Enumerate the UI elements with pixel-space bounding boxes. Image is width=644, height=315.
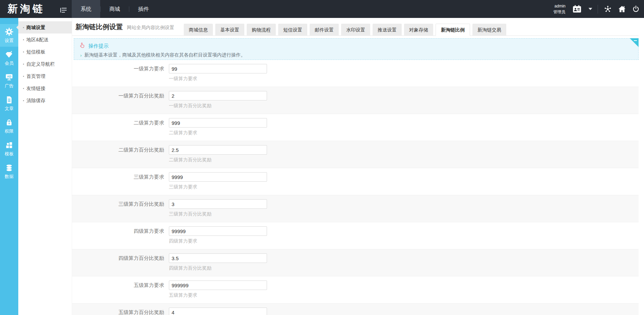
tab-object-storage[interactable]: 对象存储 [404,24,433,36]
field-hint: 二级算力要求 [169,130,267,136]
field-label: 三级算力要求 [72,172,164,190]
field-label: 五级算力百分比奖励 [72,308,164,315]
form-row-level2-reward: 二级算力百分比奖励 二级算力百分比奖励 [72,141,639,168]
submenu-item-sms-template[interactable]: 短信模板 [18,46,72,58]
page-title: 新淘链比例设置 [75,22,123,31]
form-row-level5-requirement: 五级算力要求 五级算力要求 [72,276,639,303]
alert-collapse-corner[interactable] [630,38,639,47]
level3-requirement-input[interactable] [169,172,267,182]
submenu-label: 友情链接 [26,86,45,91]
document-icon [5,95,14,104]
power-icon[interactable] [632,5,640,13]
grid-icon [5,141,14,150]
bullet-dot [23,76,24,77]
field-label: 二级算力要求 [72,118,164,136]
form-row-level3-reward: 三级算力百分比奖励 三级算力百分比奖励 [72,195,639,222]
form-row-level4-requirement: 四级算力要求 四级算力要求 [72,222,639,249]
tab-shopping-flow[interactable]: 购物流程 [247,24,276,36]
bullet-dot [23,100,24,101]
level1-reward-input[interactable] [169,91,267,100]
level5-reward-input[interactable] [169,308,267,315]
pointing-hand-icon [79,42,86,50]
database-icon [5,163,14,172]
submenu-item-friend-links[interactable]: 友情链接 [18,82,72,94]
rail-item-templates[interactable]: 模板 [0,137,18,160]
user-info[interactable]: admin 管理员 [553,3,565,14]
tab-xtl-ratio[interactable]: 新淘链比例 [436,24,470,36]
form-row-level4-reward: 四级算力百分比奖励 四级算力百分比奖励 [72,249,639,276]
form-row-level5-reward: 五级算力百分比奖励 五级算力百分比奖励 [72,303,639,315]
field-label: 四级算力要求 [72,226,164,244]
level3-reward-input[interactable] [169,199,267,209]
field-label: 二级算力百分比奖励 [72,145,164,163]
id-card-icon[interactable] [571,4,583,14]
rail-label: 设置 [5,38,14,44]
field-hint: 一级算力百分比奖励 [169,103,267,109]
home-icon[interactable] [618,5,626,14]
alert-title: 操作提示 [88,43,109,49]
tab-xtl-trade[interactable]: 新淘链交易 [472,24,506,36]
submenu-label: 首页管理 [26,73,45,79]
level5-requirement-input[interactable] [169,280,267,290]
bullet-dot [23,88,24,89]
tab-watermark-settings[interactable]: 水印设置 [341,24,370,36]
submenu-item-homepage[interactable]: 首页管理 [18,70,72,82]
level4-reward-input[interactable] [169,253,267,263]
submenu-item-mall-settings[interactable]: 商城设置 [18,21,72,33]
field-label: 四级算力百分比奖励 [72,253,164,271]
form-row-level2-requirement: 二级算力要求 二级算力要求 [72,114,639,141]
tab-sms-settings[interactable]: 短信设置 [278,24,307,36]
rail-label: 模板 [5,151,14,157]
chevron-down-icon[interactable] [589,8,592,10]
rail-label: 权限 [5,128,14,134]
submenu-item-clear-cache[interactable]: 清除缓存 [18,94,72,107]
field-label: 一级算力要求 [72,64,164,82]
rail-label: 文章 [5,106,14,112]
field-hint: 三级算力百分比奖励 [169,211,267,217]
topnav-item-mall[interactable]: 商城 [101,0,129,18]
sidebar-collapse-icon[interactable] [60,7,67,13]
submenu: 商城设置 地区&配送 短信模板 自定义导航栏 首页管理 友情链接 清除缓存 [18,18,72,315]
ad-board-icon: AD [5,73,14,82]
rail-item-settings[interactable]: 设置 [0,24,18,47]
rail-item-data[interactable]: 数据 [0,160,18,183]
submenu-item-custom-nav[interactable]: 自定义导航栏 [18,58,72,70]
topnav-item-plugin[interactable]: 插件 [129,0,158,18]
rail-item-ads[interactable]: AD 广告 [0,69,18,92]
field-label: 三级算力百分比奖励 [72,199,164,217]
field-hint: 五级算力要求 [169,292,267,298]
field-label: 一级算力百分比奖励 [72,91,164,109]
page-subtitle: 网站全局内容比例设置 [127,25,174,31]
field-hint: 四级算力百分比奖励 [169,265,267,271]
lock-icon [5,118,14,127]
share-network-icon[interactable] [603,5,612,14]
level2-requirement-input[interactable] [169,118,267,128]
icon-rail: 设置 会员 AD 广告 文章 权限 模板 数据 [0,18,18,315]
rail-label: 数据 [5,174,14,180]
submenu-item-region-shipping[interactable]: 地区&配送 [18,33,72,46]
top-nav: 系统 商城 插件 [72,0,158,18]
page-header: 新淘链比例设置 网站全局内容比例设置 商城信息 基本设置 购物流程 短信设置 邮… [72,18,639,36]
logo-area: 新淘链 [0,0,72,18]
rail-item-articles[interactable]: 文章 [0,92,18,115]
bullet-dot [23,39,24,40]
tab-mall-info[interactable]: 商城信息 [184,24,213,36]
alert-message-row: › 新淘链基本设置，商城及其他模块相关内容在其各自栏目设置项内进行操作。 [79,52,634,58]
user-name: admin [553,3,565,9]
submenu-label: 清除缓存 [26,98,45,103]
tab-push-settings[interactable]: 推送设置 [373,24,402,36]
topnav-item-system[interactable]: 系统 [72,0,100,18]
topbar-divider [598,5,598,14]
rail-item-members[interactable]: 会员 [0,47,18,69]
app-logo: 新淘链 [0,2,45,16]
tab-basic-settings[interactable]: 基本设置 [215,24,244,36]
field-label: 五级算力要求 [72,280,164,298]
submenu-label: 地区&配送 [26,37,48,42]
level4-requirement-input[interactable] [169,226,267,236]
tab-email-settings[interactable]: 邮件设置 [310,24,339,36]
diamond-icon [5,50,14,59]
rail-item-permissions[interactable]: 权限 [0,115,18,137]
level1-requirement-input[interactable] [169,64,267,73]
bullet-dot [23,27,24,28]
level2-reward-input[interactable] [169,145,267,155]
